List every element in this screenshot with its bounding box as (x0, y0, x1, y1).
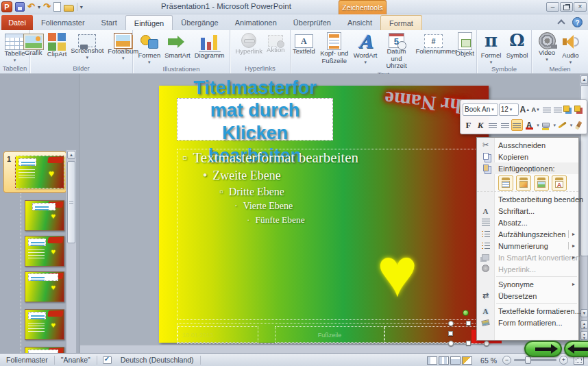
tab-einfuegen[interactable]: Einfügen (125, 15, 173, 30)
undo-dropdown-icon[interactable]: ▾ (38, 4, 40, 10)
italic-button[interactable]: K (475, 119, 487, 131)
close-button[interactable]: × (574, 2, 587, 12)
font-color-button[interactable]: A (524, 119, 535, 131)
shrink-font-button[interactable]: A▼ (530, 103, 541, 115)
selection-handle-sw[interactable] (448, 341, 454, 346)
paste-as-picture-button[interactable] (534, 175, 549, 191)
ribbon-button-grafik[interactable]: Grafik (23, 31, 45, 57)
chevron-down-icon[interactable]: ▾ (570, 123, 573, 128)
align-center-button[interactable] (499, 119, 511, 131)
zoom-in-button[interactable]: + (559, 356, 568, 365)
minimize-button[interactable]: – (546, 2, 559, 12)
menu-item-aufzaehlungszeichen[interactable]: Aufzählungszeichen▸ (477, 228, 578, 240)
menu-item-texteffekte-formatieren[interactable]: ATexteffekte formatieren... (477, 305, 578, 317)
selection-handle-se[interactable] (484, 341, 489, 346)
tab-format[interactable]: Format (380, 15, 422, 30)
shape-outline-button[interactable] (556, 119, 568, 131)
slide-sorter-view-button[interactable] (439, 356, 449, 365)
menu-item-form-formatieren[interactable]: Form formatieren... (477, 317, 578, 328)
scroll-up-icon[interactable]: ▲ (580, 75, 588, 84)
help-icon[interactable]: ? (572, 17, 583, 27)
tab-start[interactable]: Start (93, 15, 125, 30)
align-right-button[interactable] (511, 119, 523, 131)
menu-item-schriftart[interactable]: ASchriftart... (477, 205, 578, 217)
scroll-up-icon[interactable]: ▲ (67, 151, 75, 159)
tab-ansicht[interactable]: Ansicht (339, 15, 380, 30)
zoom-level-label[interactable]: 65 % (480, 356, 497, 365)
chevron-down-icon[interactable]: ▾ (554, 123, 556, 128)
decrease-indent-button[interactable] (541, 103, 552, 115)
tab-file[interactable]: Datei (1, 15, 33, 30)
body-text-level-1[interactable]: ▫Textmasterformat bearbeiten (182, 149, 358, 167)
ribbon-button-video[interactable]: Video ▾ (537, 31, 557, 62)
ribbon-button-formel[interactable]: Formel ▾ (479, 31, 504, 64)
ribbon-button-textfeld[interactable]: Textfeld (291, 31, 317, 56)
menu-item-absatz[interactable]: Absatz... (477, 217, 578, 228)
tab-animationen[interactable]: Animationen (227, 15, 285, 30)
status-theme-name[interactable]: "Ananke" (55, 356, 97, 365)
ribbon-button-foliennummer[interactable]: Foliennummer (415, 31, 453, 56)
ribbon-button-kopf-fusszeile[interactable]: Kopf- und Fußzeile (318, 31, 351, 64)
qat-customize-icon[interactable]: ▾ (80, 4, 83, 10)
ribbon-button-tabelle[interactable]: Tabelle ▾ (3, 31, 26, 62)
thumbnail-scrollbar[interactable]: ▲ ▼ (66, 149, 77, 353)
layout-thumbnail-1[interactable] (25, 200, 64, 231)
selection-handle-s[interactable] (466, 341, 471, 345)
powerpoint-logo-icon[interactable]: P (1, 1, 12, 12)
minimize-ribbon-icon[interactable] (556, 19, 566, 27)
slide-canvas[interactable]: Titelmasterformat durchKlickenbearbeiten… (159, 86, 489, 343)
bold-button[interactable]: F (463, 119, 474, 131)
body-text-level-3[interactable]: ▫Dritte Ebene (219, 186, 284, 198)
status-language[interactable]: Deutsch (Deutschland) (114, 356, 201, 365)
ribbon-button-wordart[interactable]: WordArt ▾ (352, 31, 379, 64)
paste-destination-theme-button[interactable] (498, 175, 513, 191)
send-backward-button[interactable] (574, 103, 585, 115)
reading-view-button[interactable] (450, 356, 461, 365)
menu-item-nummerierung[interactable]: Nummerierung▸ (477, 240, 578, 252)
forward-arrow-shape[interactable] (524, 341, 562, 357)
ribbon-button-screenshot[interactable]: Screenshot ▾ (69, 31, 105, 60)
paste-text-only-button[interactable]: A (552, 175, 567, 191)
zoom-slider-thumb[interactable] (525, 356, 531, 364)
zoom-out-button[interactable]: − (502, 356, 511, 365)
horizontal-scrollbar[interactable] (80, 345, 579, 353)
menu-item-textbearbeitung-beenden[interactable]: Textbearbeitung beenden (477, 193, 578, 205)
back-arrow-shape[interactable] (564, 341, 588, 357)
tab-folienmaster[interactable]: Folienmaster (33, 15, 93, 30)
body-text-level-4[interactable]: ·Vierte Ebene (234, 201, 293, 212)
next-slide-icon[interactable]: ▼▼ (580, 331, 588, 340)
slideshow-view-button[interactable] (462, 356, 472, 365)
open-folder-icon[interactable] (64, 5, 74, 12)
chevron-down-icon[interactable]: ▾ (537, 123, 539, 128)
previous-slide-icon[interactable]: ▲▲ (580, 320, 588, 329)
restore-button[interactable] (560, 2, 573, 12)
undo-icon[interactable]: ↶ (27, 2, 35, 12)
status-view-name[interactable]: Folienmaster (0, 356, 55, 365)
tab-ueberpruefen[interactable]: Überprüfen (285, 15, 339, 30)
date-placeholder[interactable]: 10.01.2013 (177, 326, 258, 343)
master-thumbnail-selected[interactable]: 1 (3, 151, 66, 193)
ribbon-button-audio[interactable]: Audio ▾ (559, 31, 583, 64)
menu-item-synonyme[interactable]: Synonyme▸ (477, 278, 578, 290)
tab-uebergaenge[interactable]: Übergänge (173, 15, 226, 30)
layout-thumbnail-5[interactable] (25, 347, 64, 353)
selection-handle-w[interactable] (448, 331, 453, 336)
ribbon-button-clipart[interactable]: ClipArt (46, 31, 69, 58)
layout-thumbnail-3[interactable] (25, 271, 64, 302)
zoom-slider[interactable] (514, 359, 556, 361)
save-icon[interactable] (15, 2, 25, 12)
spellcheck-icon[interactable] (103, 356, 112, 364)
rotation-handle[interactable] (463, 310, 469, 316)
grow-font-button[interactable]: A▲ (519, 103, 530, 115)
menu-item-uebersetzen[interactable]: ⇄Übersetzen (477, 290, 578, 302)
font-size-select[interactable]: 12▾ (499, 103, 519, 116)
ribbon-button-objekt[interactable]: Objekt (454, 31, 476, 58)
ribbon-button-datum-uhrzeit[interactable]: Datum und Uhrzeit (380, 31, 413, 70)
body-text-level-2[interactable]: •Zweite Ebene (203, 169, 281, 183)
ribbon-button-formen[interactable]: Formen ▾ (136, 31, 162, 64)
ribbon-button-smartart[interactable]: SmartArt (163, 31, 191, 60)
layout-thumbnail-2[interactable] (25, 236, 64, 267)
menu-item-kopieren[interactable]: Kopieren (477, 151, 578, 162)
slide-master-thumbnail[interactable] (15, 156, 64, 188)
body-text-level-5[interactable]: ·Fünfte Ebene (247, 215, 305, 225)
